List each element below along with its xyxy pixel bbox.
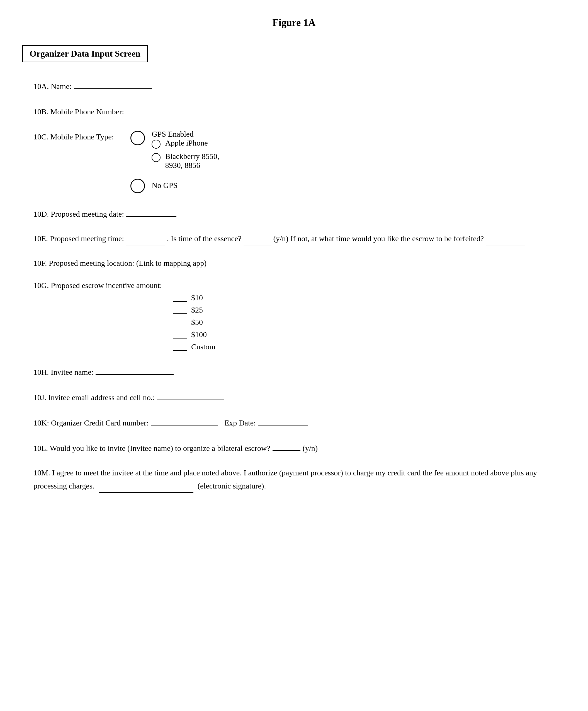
field-10e-forfeited-input[interactable] [486, 235, 525, 245]
escrow-10-label: $10 [191, 293, 203, 302]
escrow-10-row: $10 [173, 293, 566, 302]
escrow-25-label: $25 [191, 306, 203, 315]
apple-iphone-label: Apple iPhone [165, 138, 208, 148]
field-10l: 10L. Would you like to invite (Invitee n… [22, 441, 566, 453]
apple-iphone-radio[interactable] [152, 140, 160, 149]
field-10m-signature-input[interactable] [99, 483, 194, 493]
field-10k: 10K: Organizer Credit Card number: Exp D… [22, 415, 566, 427]
blackberry-option: Blackberry 8550, 8930, 8856 [152, 152, 219, 170]
no-gps-group: No GPS [130, 178, 219, 193]
escrow-custom-row: Custom [173, 342, 566, 351]
escrow-custom-label: Custom [191, 342, 216, 351]
field-10b-label: 10B. Mobile Phone Number: [33, 107, 124, 116]
escrow-100-checkbox[interactable] [173, 331, 187, 339]
field-10m: 10M. I agree to meet the invitee at the … [22, 466, 566, 493]
field-10j-input[interactable] [157, 390, 224, 400]
field-10e-yn-input[interactable] [244, 235, 271, 245]
field-10l-yn-label: (y/n) [303, 444, 318, 453]
escrow-amounts-list: $10 $25 $50 $100 Custom [173, 293, 566, 351]
gps-enabled-radio[interactable] [130, 131, 145, 145]
escrow-100-row: $100 [173, 330, 566, 339]
field-10e: 10E. Proposed meeting time: . Is time of… [22, 232, 566, 245]
escrow-25-row: $25 [173, 306, 566, 315]
field-10g: 10G. Proposed escrow incentive amount: $… [22, 281, 566, 351]
field-10f: 10F. Proposed meeting location: (Link to… [22, 259, 566, 268]
field-10e-yn-label: (y/n) If not, at what time would you lik… [273, 234, 484, 243]
gps-enabled-label: GPS Enabled [152, 130, 219, 138]
field-10e-time-input[interactable] [126, 235, 165, 245]
field-10c: 10C. Mobile Phone Type: GPS Enabled Appl… [22, 130, 566, 193]
field-10k-label: 10K: Organizer Credit Card number: [33, 418, 149, 427]
field-10k-cc-input[interactable] [151, 415, 218, 426]
escrow-25-checkbox[interactable] [173, 306, 187, 314]
field-10d: 10D. Proposed meeting date: [22, 207, 566, 219]
field-10h-label: 10H. Invitee name: [33, 368, 93, 377]
page-title: Figure 1A [22, 17, 566, 28]
blackberry-radio[interactable] [152, 153, 160, 162]
field-10f-label: 10F. Proposed meeting location: (Link to… [33, 259, 206, 267]
apple-iphone-option: Apple iPhone [152, 138, 219, 149]
escrow-50-checkbox[interactable] [173, 318, 187, 326]
field-10d-input[interactable] [126, 207, 176, 217]
escrow-10-checkbox[interactable] [173, 294, 187, 302]
field-10e-label: 10E. Proposed meeting time: [33, 234, 124, 243]
field-10a-label: 10A. Name: [33, 82, 72, 91]
no-gps-label: No GPS [152, 181, 178, 190]
field-10l-label: 10L. Would you like to invite (Invitee n… [33, 444, 270, 453]
field-10h: 10H. Invitee name: [22, 365, 566, 377]
field-10b-input[interactable] [126, 104, 204, 114]
field-10k-exp-input[interactable] [258, 415, 308, 426]
escrow-50-label: $50 [191, 318, 203, 327]
escrow-100-label: $100 [191, 330, 207, 339]
organizer-header-box: Organizer Data Input Screen [22, 45, 148, 62]
field-10a-input[interactable] [74, 79, 152, 89]
field-10d-label: 10D. Proposed meeting date: [33, 210, 124, 219]
field-10a: 10A. Name: [22, 79, 566, 91]
gps-enabled-group: GPS Enabled Apple iPhone Blackberry 8550… [130, 130, 219, 170]
field-10h-input[interactable] [96, 365, 174, 375]
escrow-50-row: $50 [173, 318, 566, 327]
field-10k-exp-label: Exp Date: [224, 418, 256, 427]
field-10j: 10J. Invitee email address and cell no.: [22, 390, 566, 402]
no-gps-radio[interactable] [130, 179, 145, 193]
field-10m-signature-label: (electronic signature). [198, 481, 266, 490]
escrow-custom-checkbox[interactable] [173, 343, 187, 351]
field-10g-label: 10G. Proposed escrow incentive amount: [33, 281, 162, 290]
phone-type-radio-groups: GPS Enabled Apple iPhone Blackberry 8550… [130, 130, 219, 193]
gps-sub-options: Apple iPhone Blackberry 8550, 8930, 8856 [152, 138, 219, 170]
field-10c-label: 10C. Mobile Phone Type: [33, 130, 114, 142]
field-10e-essence-text: . Is time of the essence? [167, 234, 241, 243]
blackberry-label: Blackberry 8550, 8930, 8856 [165, 152, 219, 170]
field-10b: 10B. Mobile Phone Number: [22, 104, 566, 116]
field-10j-label: 10J. Invitee email address and cell no.: [33, 393, 155, 402]
field-10l-yn-input[interactable] [273, 441, 300, 451]
